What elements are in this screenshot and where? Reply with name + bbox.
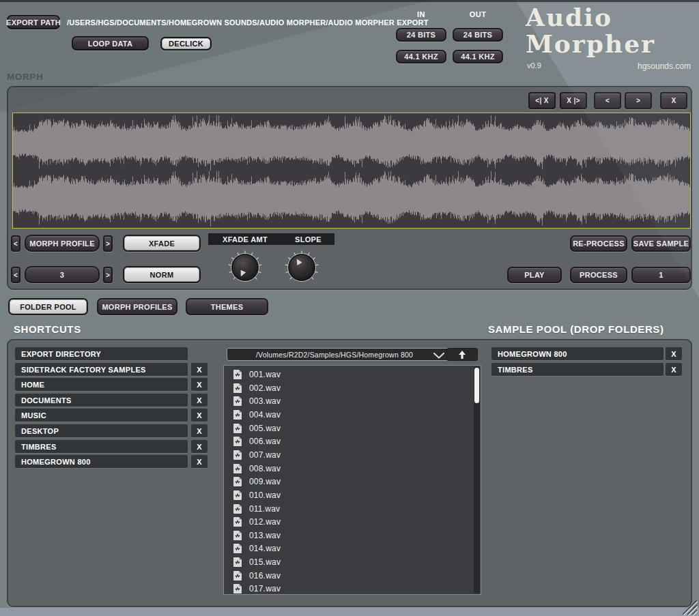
io-out-label: OUT <box>453 10 503 18</box>
file-list-item[interactable]: 008.wav <box>224 462 481 475</box>
out-sample-rate-button[interactable]: 44.1 KHZ <box>453 50 503 63</box>
sample-pool-remove-button[interactable]: X <box>666 363 682 376</box>
shortcut-item[interactable]: SIDETRACK FACTORY SAMPLES <box>15 363 188 376</box>
waveform-display[interactable] <box>12 113 691 229</box>
shortcut-item[interactable]: MUSIC <box>15 409 188 422</box>
shortcut-remove-button[interactable]: X <box>191 378 208 391</box>
in-bit-depth-button[interactable]: 24 BITS <box>396 28 446 42</box>
morph-profile-next-button[interactable]: > <box>103 235 113 252</box>
declick-button[interactable]: DECLICK <box>160 37 212 50</box>
shortcut-remove-button[interactable]: X <box>191 409 208 422</box>
file-list-item[interactable]: 003.wav <box>224 394 481 408</box>
clear-selection-button[interactable]: X <box>660 92 687 109</box>
browser-up-button[interactable] <box>446 348 478 361</box>
file-list-item[interactable]: 016.wav <box>224 569 481 583</box>
folder-pool-panel: EXPORT DIRECTORYSIDETRACK FACTORY SAMPLE… <box>7 339 692 607</box>
tab-folder-pool[interactable]: FOLDER POOL <box>8 298 88 315</box>
morph-profile-selector[interactable]: MORPH PROFILE <box>25 235 100 252</box>
file-list-item[interactable]: 002.wav <box>224 381 481 395</box>
file-name: 017.wav <box>249 584 281 593</box>
shortcut-item[interactable]: HOME <box>15 378 188 391</box>
wav-file-icon <box>233 424 242 433</box>
shortcut-remove-button[interactable]: X <box>191 394 208 407</box>
profile-number-prev-button[interactable]: < <box>11 267 20 283</box>
file-name: 005.wav <box>249 424 281 433</box>
file-list-item[interactable]: 009.wav <box>224 475 481 488</box>
xfade-amt-knob[interactable] <box>226 248 264 287</box>
profile-number-value[interactable]: 3 <box>25 266 100 283</box>
morph-section-label: MORPH <box>7 72 43 82</box>
waveform-canvas[interactable] <box>13 113 690 228</box>
shortcut-remove-button[interactable]: X <box>191 440 208 453</box>
wav-file-icon <box>233 504 242 514</box>
morph-panel: <| X X |> < > X < MORPH PROFILE > < 3 > … <box>7 86 692 290</box>
sample-pool-remove-button[interactable]: X <box>666 347 682 360</box>
profile-number-next-button[interactable]: > <box>103 267 113 283</box>
browser-path-select[interactable]: /Volumes/R2D2/Samples/HGS/Homegrown 800 <box>227 348 451 361</box>
file-list-item[interactable]: 013.wav <box>224 529 481 542</box>
tab-morph-profiles[interactable]: MORPH PROFILES <box>97 298 177 315</box>
website-link[interactable]: hgsounds.com <box>638 61 691 71</box>
in-sample-rate-button[interactable]: 44.1 KHZ <box>396 50 446 63</box>
save-sample-button[interactable]: SAVE SAMPLE <box>631 235 691 252</box>
loop-data-button[interactable]: LOOP DATA <box>72 36 149 50</box>
norm-toggle[interactable]: NORM <box>123 266 201 283</box>
app-logo-line2: Morpher <box>526 31 655 56</box>
wav-file-icon <box>233 477 242 486</box>
file-list-item[interactable]: 015.wav <box>224 555 481 569</box>
wav-file-icon <box>233 396 242 406</box>
shortcut-remove-button[interactable]: X <box>191 455 208 468</box>
scrollbar-thumb[interactable] <box>474 368 479 403</box>
shortcut-item[interactable]: DOCUMENTS <box>15 394 188 407</box>
audio-morpher-window: { "header": { "export_path_button": "EXP… <box>0 0 699 616</box>
snap-start-button[interactable]: <| X <box>528 92 556 109</box>
slope-knob[interactable] <box>283 248 321 287</box>
process-count-button[interactable]: 1 <box>631 267 691 283</box>
reprocess-button[interactable]: RE-PROCESS <box>570 235 627 252</box>
file-list-item[interactable]: 004.wav <box>224 408 481 422</box>
file-list-item[interactable]: 005.wav <box>224 422 481 435</box>
file-list-item[interactable]: 001.wav <box>224 368 481 381</box>
knob-label-strip: XFADE AMT SLOPE <box>208 233 334 245</box>
sample-pool-item[interactable]: TIMBRES <box>491 363 664 376</box>
sample-pool-item[interactable]: HOMEGROWN 800 <box>491 347 664 360</box>
file-list-item[interactable]: 011.wav <box>224 502 481 516</box>
file-name: 013.wav <box>249 531 281 540</box>
shortcut-item[interactable]: DESKTOP <box>15 424 188 437</box>
export-path-button[interactable]: EXPORT PATH <box>7 15 60 29</box>
shortcut-item[interactable]: TIMBRES <box>15 440 188 453</box>
nudge-right-button[interactable]: > <box>625 92 652 109</box>
tab-themes[interactable]: THEMES <box>186 298 268 315</box>
export-path-value: /USERS/HGS/DOCUMENTS/HOMEGROWN SOUNDS/AU… <box>67 18 429 27</box>
file-list-item[interactable]: 012.wav <box>224 515 481 529</box>
file-name: 006.wav <box>249 437 281 446</box>
play-button[interactable]: PLAY <box>507 267 562 283</box>
file-name: 004.wav <box>249 410 281 420</box>
shortcut-remove-button[interactable]: X <box>191 424 208 437</box>
wav-file-icon <box>233 584 242 593</box>
wav-file-icon <box>233 437 242 446</box>
file-list-item[interactable]: 017.wav <box>224 582 481 595</box>
wav-file-icon <box>233 531 242 540</box>
shortcut-item[interactable]: EXPORT DIRECTORY <box>15 347 188 360</box>
file-name: 002.wav <box>249 383 281 393</box>
file-list[interactable]: 001.wav002.wav003.wav004.wav005.wav006.w… <box>223 365 481 595</box>
file-list-item[interactable]: 007.wav <box>224 448 481 462</box>
shortcut-remove-button[interactable]: X <box>191 363 208 376</box>
scrollbar-track[interactable] <box>474 366 480 593</box>
xfade-toggle[interactable]: XFADE <box>123 235 201 252</box>
file-list-item[interactable]: 010.wav <box>224 488 481 502</box>
wav-file-icon <box>233 490 242 500</box>
app-logo-line1: Audio <box>526 5 612 29</box>
out-bit-depth-button[interactable]: 24 BITS <box>453 28 503 42</box>
nudge-left-button[interactable]: < <box>594 92 621 109</box>
morph-profile-prev-button[interactable]: < <box>11 235 20 252</box>
file-name: 001.wav <box>249 370 281 379</box>
file-list-item[interactable]: 006.wav <box>224 435 481 448</box>
process-button[interactable]: PROCESS <box>570 267 627 283</box>
slope-label: SLOPE <box>282 235 334 244</box>
file-list-item[interactable]: 014.wav <box>224 542 481 555</box>
snap-end-button[interactable]: X |> <box>560 92 587 109</box>
file-name: 014.wav <box>249 544 281 553</box>
shortcut-item[interactable]: HOMEGROWN 800 <box>15 455 188 468</box>
